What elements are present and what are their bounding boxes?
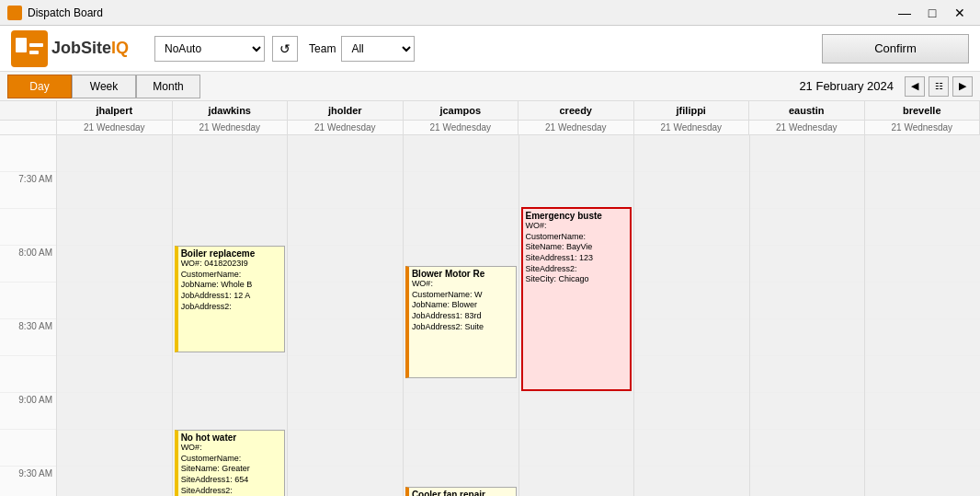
time-row: [404, 430, 518, 467]
time-row: [750, 393, 865, 430]
time-row: [865, 319, 980, 356]
team-label: Team: [309, 42, 336, 55]
tech-col-creedy: Emergency buste WO#:CustomerName:SiteNam…: [519, 135, 635, 496]
time-row: [288, 246, 403, 283]
time-row: [173, 393, 288, 430]
time-row: [634, 319, 749, 356]
event-no-hot-water[interactable]: No hot water WO#:CustomerName:SiteName: …: [175, 430, 286, 496]
time-slot: [0, 283, 56, 319]
time-row: [519, 467, 634, 496]
time-row: [750, 319, 865, 356]
date-jdawkins: 21 Wednesday: [173, 121, 289, 134]
time-row: [288, 319, 403, 356]
tech-col-jhalpert: [57, 135, 173, 496]
svg-rect-1: [16, 38, 27, 52]
calendar: jhalpert jdawkins jholder jcampos creedy…: [0, 101, 980, 496]
team-section: Team All: [309, 36, 415, 62]
time-row: [865, 430, 980, 467]
time-row: [288, 172, 403, 209]
logo-text: JobSiteIQ: [51, 39, 129, 58]
tech-col-jdawkins: Boiler replaceme WO#: 04182023I9Customer…: [173, 135, 289, 496]
time-row: [288, 467, 403, 496]
svg-rect-2: [29, 43, 43, 47]
time-row: [519, 135, 634, 172]
day-view-button[interactable]: Day: [7, 75, 72, 98]
time-row: [288, 209, 403, 246]
event-blower-motor[interactable]: Blower Motor Re WO#:CustomerName: WJobNa…: [405, 266, 517, 378]
time-row: [519, 430, 634, 467]
tech-col-brevelle: [865, 135, 980, 496]
tech-col-inner: [57, 135, 172, 496]
time-row: [634, 246, 749, 283]
time-row: [57, 209, 172, 246]
tech-columns: Boiler replaceme WO#: 04182023I9Customer…: [57, 135, 980, 496]
time-row: [865, 393, 980, 430]
time-row: [750, 356, 865, 393]
time-row: [288, 393, 403, 430]
time-col-header: [0, 101, 57, 120]
minimize-button[interactable]: —: [892, 3, 917, 23]
tech-header-jhalpert: jhalpert: [57, 101, 173, 120]
time-row: [634, 393, 749, 430]
date-eaustin: 21 Wednesday: [749, 121, 865, 134]
time-row: [57, 283, 172, 319]
time-row: [288, 283, 403, 319]
time-row: [519, 172, 634, 209]
auto-select[interactable]: NoAuto: [154, 36, 265, 62]
team-select[interactable]: All: [341, 36, 415, 62]
date-jhalpert: 21 Wednesday: [57, 121, 173, 134]
time-row: [173, 135, 288, 172]
date-jcampos: 21 Wednesday: [404, 121, 519, 134]
time-row: [750, 246, 865, 283]
date-jholder: 21 Wednesday: [288, 121, 404, 134]
date-jfilippi: 21 Wednesday: [634, 121, 750, 134]
time-slot: 9:00 AM: [0, 393, 56, 430]
time-row: [750, 172, 865, 209]
close-button[interactable]: ✕: [947, 3, 973, 23]
month-view-button[interactable]: Month: [136, 75, 200, 98]
time-row: [57, 430, 172, 467]
refresh-button[interactable]: ↺: [272, 36, 298, 62]
time-row: [173, 356, 288, 393]
time-slot: [0, 430, 56, 467]
tech-col-jholder: [288, 135, 404, 496]
next-date-button[interactable]: ▶: [952, 76, 973, 97]
tech-col-jcampos: Blower Motor Re WO#:CustomerName: WJobNa…: [404, 135, 519, 496]
event-cooler-fan[interactable]: Cooler fan repair WO#:CustomerName:JobNa…: [405, 487, 517, 496]
time-row: [519, 393, 634, 430]
event-emergency[interactable]: Emergency buste WO#:CustomerName:SiteNam…: [521, 207, 632, 391]
time-row: [404, 135, 518, 172]
app-icon: [7, 6, 22, 20]
time-row: [57, 135, 172, 172]
time-row: [404, 393, 518, 430]
tech-header-creedy: creedy: [518, 101, 634, 120]
time-row: [750, 135, 865, 172]
event-detail: WO#: 04182023I9CustomerName:JobName: Who…: [181, 259, 282, 312]
time-row: [750, 283, 865, 319]
time-row: [865, 283, 980, 319]
week-view-button[interactable]: Week: [72, 75, 136, 98]
prev-date-button[interactable]: ◀: [905, 76, 925, 97]
time-row: [57, 172, 172, 209]
calendar-picker-button[interactable]: ☷: [929, 76, 949, 97]
time-slot: [0, 356, 56, 393]
time-row: [288, 356, 403, 393]
event-boiler-replacement[interactable]: Boiler replaceme WO#: 04182023I9Customer…: [175, 246, 286, 352]
titlebar: Dispatch Board — □ ✕: [0, 0, 980, 26]
event-title: Cooler fan repair: [412, 490, 513, 496]
date-brevelle: 21 Wednesday: [865, 121, 981, 134]
svg-rect-3: [29, 51, 39, 54]
event-detail: WO#:CustomerName: WJobName: BlowerJobAdd…: [412, 279, 513, 332]
time-col-date: [0, 121, 57, 134]
event-title: Emergency buste: [526, 211, 628, 221]
time-row: [288, 135, 403, 172]
time-row: [634, 430, 749, 467]
confirm-button[interactable]: Confirm: [822, 34, 969, 63]
tech-header-jholder: jholder: [288, 101, 404, 120]
tech-header-jfilippi: jfilippi: [634, 101, 750, 120]
titlebar-left: Dispatch Board: [7, 6, 103, 20]
time-row: [865, 467, 980, 496]
maximize-button[interactable]: □: [919, 3, 945, 23]
tech-header-jcampos: jcampos: [404, 101, 519, 120]
tech-header-brevelle: brevelle: [865, 101, 981, 120]
